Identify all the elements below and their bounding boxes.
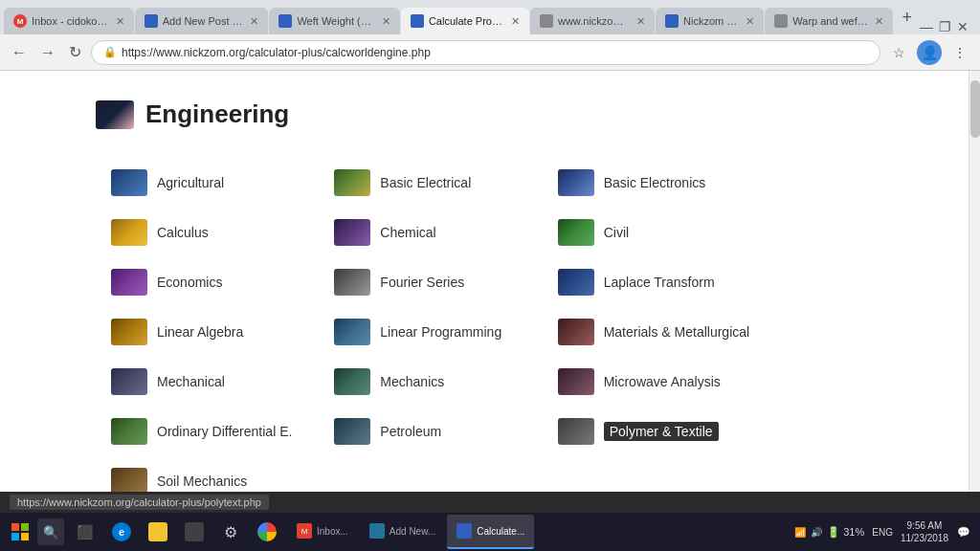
tab-close-icon[interactable]: ✕ [636,15,645,28]
clock-date: 11/23/2018 [901,532,948,544]
list-item[interactable]: Microwave Analysis [543,357,766,407]
taskbar-apps: e ⚙ [104,515,284,549]
list-item[interactable]: Linear Algebra [96,307,319,357]
lock-icon: 🔒 [103,46,117,58]
chrome-app[interactable] [250,515,284,549]
reload-button[interactable]: ↻ [65,39,85,65]
civil-icon [558,219,594,246]
polymer-icon [558,418,594,445]
tab-close-icon[interactable]: ✕ [116,15,124,28]
tab-gmail[interactable]: M Inbox - cidokonic... ✕ [4,8,134,34]
item-label: Basic Electrical [380,175,471,190]
taskbar-clock: 9:56 AM 11/23/2018 [901,519,948,544]
settings-app[interactable]: ⚙ [213,515,248,549]
close-button[interactable]: ✕ [957,19,969,34]
restore-button[interactable]: ❐ [939,19,951,34]
list-item[interactable]: Linear Programming [319,307,542,357]
tab-close-icon[interactable]: ✕ [746,15,754,28]
list-item[interactable]: Basic Electronics [543,158,766,208]
network-icon: 📶 [794,527,806,538]
tab-weft[interactable]: Weft Weight (Kg)... ✕ [269,8,399,34]
linear-algebra-icon [111,319,147,345]
back-button[interactable]: ← [8,40,31,65]
list-item[interactable]: Fourier Series [319,257,542,307]
start-button[interactable] [6,518,34,545]
task-view-button[interactable]: ⬛ [67,515,101,549]
mechanics-icon [334,368,370,395]
forward-button[interactable]: → [36,40,59,65]
browser-nav-icons: ☆ 👤 ⋮ [886,40,972,65]
tab-close-icon[interactable]: ✕ [511,15,520,28]
basic-electronics-icon [558,169,594,196]
page-header-icon [96,100,134,129]
list-item[interactable]: Basic Electrical [319,158,542,208]
tab-close-icon[interactable]: ✕ [382,15,390,28]
list-item[interactable]: Mechanics [319,357,542,407]
list-item[interactable]: Chemical [319,208,542,257]
calc-app[interactable] [177,515,212,549]
list-item[interactable]: Economics [96,257,319,307]
taskbar-gmail[interactable]: M Inbox... [287,515,358,549]
tab-addnewpost[interactable]: Add New Post · N... ✕ [135,8,269,34]
item-label: Economics [157,275,222,290]
list-item[interactable]: Petroleum [319,407,542,456]
tab-label: Warp and weft - V... [792,15,869,27]
taskbar-calc[interactable]: Calculate... [447,515,534,549]
address-bar[interactable]: 🔒 https://www.nickzom.org/calculator-plu… [91,40,880,65]
taskbar-open-apps: M Inbox... Add New... Calculate... [287,515,791,549]
page-scroll[interactable]: Engineering Agricultural Basic Electrica… [0,71,969,492]
list-item[interactable]: Civil [543,208,766,257]
tab-close-icon[interactable]: ✕ [250,15,258,28]
battery-icon: 🔋 [827,526,840,539]
svg-rect-0 [11,523,19,531]
tab-calculate[interactable]: Calculate Proble... ✕ [401,8,529,34]
list-item[interactable]: Mechanical [96,357,319,407]
item-label: Laplace Transform [604,275,715,290]
taskbar-app-label: Inbox... [317,526,348,537]
profile-button[interactable]: 👤 [917,40,942,65]
tab-label: www.nickzom.org [558,15,631,27]
search-button[interactable]: 🔍 [37,518,64,545]
scrollbar[interactable] [969,71,980,492]
taskbar: 🔍 ⬛ e ⚙ [0,513,980,551]
list-item[interactable]: Soil Mechanics [96,456,319,492]
tab-blog[interactable]: Nickzom Blog ✕ [656,8,764,34]
tab-nickzom[interactable]: www.nickzom.org ✕ [530,8,655,34]
laplace-icon [558,269,594,296]
list-item[interactable]: Materials & Metallurgical [543,307,766,357]
linear-programming-icon [334,319,370,345]
gmail-taskbar-icon: M [297,523,312,539]
menu-button[interactable]: ⋮ [947,40,972,65]
item-label: Fourier Series [380,275,464,290]
tab-label: Weft Weight (Kg)... [297,15,375,27]
list-item[interactable]: Ordinary Differential E. [96,407,319,456]
basic-electrical-icon [334,169,370,196]
tab-warp[interactable]: Warp and weft - V... ✕ [765,8,893,34]
list-item[interactable]: Polymer & Textile [543,407,766,456]
taskbar-app-label: Calculate... [477,526,524,537]
file-explorer-app[interactable] [141,515,175,549]
notification-icon[interactable]: 💬 [957,526,970,539]
minimize-button[interactable]: — [920,19,933,34]
page-header: Engineering [96,99,930,129]
taskbar-right: 📶 🔊 🔋 31% ENG 9:56 AM 11/23/2018 💬 [794,519,974,544]
mechanical-icon [111,368,147,395]
item-label: Basic Electronics [604,175,706,190]
scrollbar-thumb[interactable] [970,80,980,138]
petroleum-icon [334,418,370,445]
list-item[interactable]: Calculus [96,208,319,257]
calc-icon [185,522,204,541]
bookmark-button[interactable]: ☆ [886,40,911,65]
list-item[interactable]: Agricultural [96,158,319,208]
list-item[interactable]: Laplace Transform [543,257,766,307]
item-label: Mechanics [380,374,444,389]
wp-taskbar-icon [369,523,385,539]
language-indicator: ENG [872,527,893,538]
new-tab-button[interactable]: + [894,8,920,28]
taskbar-wp[interactable]: Add New... [360,515,445,549]
tab-close-icon[interactable]: ✕ [875,15,883,28]
svg-rect-2 [11,533,19,540]
edge-app[interactable]: e [104,515,139,549]
battery-indicator: 🔋 31% [827,526,864,539]
address-text: https://www.nickzom.org/calculator-plus/… [122,46,431,59]
